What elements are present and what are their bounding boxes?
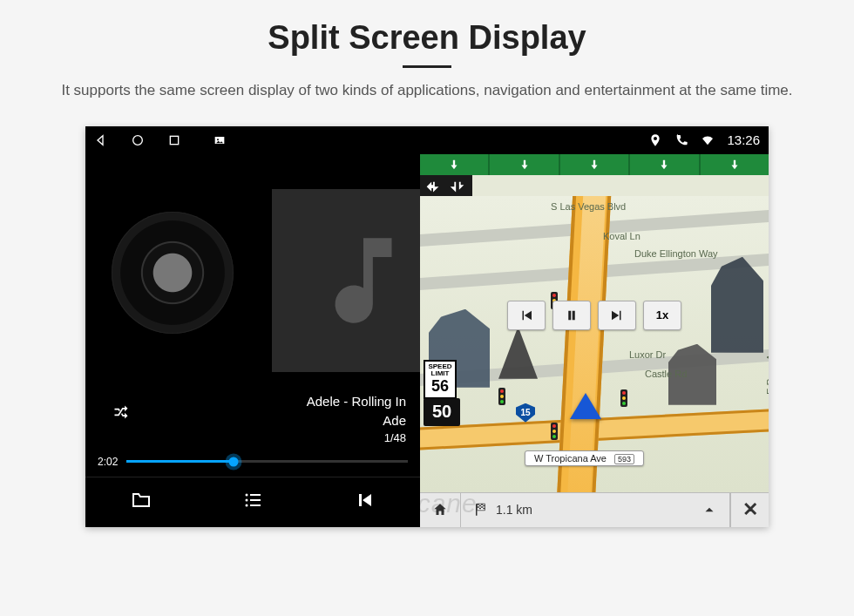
back-icon[interactable] (94, 133, 108, 147)
sim-playback-controls: 1x (507, 301, 681, 330)
gps-remaining-distance: 1.1 km (496, 503, 532, 517)
album-art-area (85, 154, 420, 393)
svg-rect-1 (170, 136, 178, 144)
svg-rect-5 (250, 494, 261, 496)
status-clock: 13:26 (727, 132, 760, 147)
chevron-up-icon[interactable] (702, 502, 717, 518)
svg-rect-9 (250, 504, 261, 506)
album-placeholder (272, 189, 420, 372)
checkered-flag-icon (473, 502, 489, 518)
vinyl-disc[interactable] (112, 212, 234, 334)
lane-guidance-strip (420, 154, 769, 175)
seek-bar[interactable] (126, 460, 408, 463)
lane-arrow-icon (630, 154, 700, 175)
street-label: S Las Vegas Blvd (551, 201, 626, 212)
turn-left-icon (424, 179, 443, 198)
speed-limit-sign: SPEED LIMIT 56 (424, 360, 457, 399)
music-player-pane: Adele - Rolling In Ade 1/48 2:02 (85, 126, 420, 527)
svg-point-0 (133, 135, 143, 145)
track-metadata: Adele - Rolling In Ade 1/48 (85, 392, 420, 450)
recent-apps-icon[interactable] (167, 133, 181, 147)
page-subtitle: It supports the same screen display of t… (52, 80, 802, 102)
progress-row: 2:02 (85, 450, 420, 477)
folder-button[interactable] (129, 490, 153, 514)
traffic-light-icon (620, 389, 627, 407)
seek-knob[interactable] (228, 457, 238, 466)
wifi-icon (701, 133, 715, 147)
device-screenshot: 13:26 Adele - Rolling In Ade 1/48 2:02 (85, 126, 769, 527)
svg-point-6 (246, 499, 248, 502)
gps-home-button[interactable] (420, 493, 461, 527)
interstate-shield: 15 (516, 403, 535, 423)
svg-point-8 (246, 504, 248, 507)
track-title: Adele - Rolling In (99, 392, 406, 411)
turn-right-icon (448, 179, 467, 198)
current-street-pill: W Tropicana Ave 593 (525, 450, 644, 466)
phone-icon[interactable] (674, 133, 688, 147)
street-label: Koval Ln (603, 231, 640, 241)
gps-close-button[interactable]: ✕ (730, 493, 769, 527)
lane-arrow-icon (420, 154, 490, 175)
status-bar: 13:26 (85, 126, 769, 154)
street-label: Duke Ellington Way (634, 248, 718, 259)
track-index: 1/48 (99, 430, 406, 447)
svg-rect-7 (250, 499, 261, 501)
shuffle-button[interactable] (110, 403, 132, 424)
lane-arrow-icon (701, 154, 769, 175)
current-speed: 50 (424, 398, 460, 426)
sim-next-button[interactable] (598, 301, 636, 330)
lane-arrow-icon (560, 154, 630, 175)
gps-route-info[interactable]: 1.1 km (461, 493, 730, 527)
player-bottom-bar (85, 477, 420, 527)
gps-pane: 300 m 650 m S Las Vegas Blvd Koval Ln Du… (420, 126, 769, 527)
gps-bottom-bar: 1.1 km ✕ (420, 492, 769, 527)
svg-point-3 (217, 139, 219, 140)
traffic-light-icon (551, 423, 558, 440)
route-badge: 593 (614, 454, 634, 464)
sim-speed-button[interactable]: 1x (643, 301, 681, 330)
map-canvas[interactable]: S Las Vegas Blvd Koval Ln Duke Ellington… (420, 196, 769, 492)
seek-fill (126, 460, 234, 463)
track-artist: Ade (99, 411, 406, 430)
lane-arrow-icon (490, 154, 559, 175)
elapsed-time: 2:02 (98, 456, 118, 468)
traffic-light-icon (498, 388, 505, 405)
speed-limit-value: 56 (425, 378, 455, 396)
playlist-button[interactable] (241, 490, 265, 514)
street-label: Luxor Dr (629, 349, 666, 360)
picture-icon[interactable] (213, 133, 227, 147)
street-label: E Reno Ave (765, 344, 769, 395)
title-underline (403, 65, 451, 68)
svg-point-4 (246, 494, 248, 497)
location-icon[interactable] (648, 133, 662, 147)
street-label: Castle Rd (645, 369, 687, 379)
page-title: Split Screen Display (0, 19, 854, 57)
previous-track-button[interactable] (352, 490, 376, 514)
vehicle-arrow-icon (570, 393, 601, 419)
sim-pause-button[interactable] (552, 301, 591, 330)
sim-prev-button[interactable] (507, 301, 546, 330)
home-icon[interactable] (131, 133, 145, 147)
